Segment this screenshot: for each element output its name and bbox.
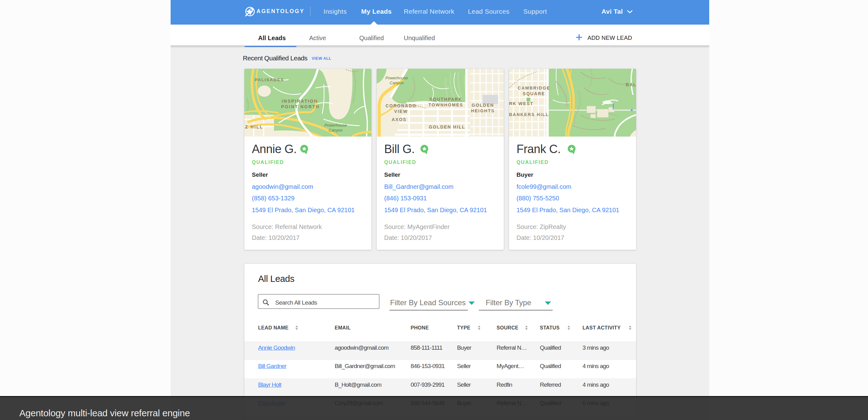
svg-text:Canyon: Canyon: [390, 80, 404, 85]
svg-text:BANKERS HILL: BANKERS HILL: [509, 112, 549, 117]
svg-text:Powerhouse: Powerhouse: [385, 75, 408, 80]
svg-text:Z HILL: Z HILL: [245, 124, 264, 129]
svg-text:HEIGHTS: HEIGHTS: [471, 108, 495, 113]
svg-text:RK WEST: RK WEST: [509, 101, 534, 106]
svg-text:CAMBRIDGE: CAMBRIDGE: [518, 86, 550, 91]
svg-text:SOUTHPARK: SOUTHPARK: [429, 97, 462, 102]
svg-text:GOLDEN: GOLDEN: [472, 103, 494, 108]
svg-text:INSPIRATION: INSPIRATION: [282, 99, 318, 104]
svg-text:Canyon: Canyon: [329, 128, 343, 132]
svg-text:AXOS: AXOS: [392, 117, 407, 122]
svg-text:TOWNHOMES: TOWNHOMES: [428, 102, 463, 107]
svg-text:PALISADES: PALISADES: [255, 77, 284, 82]
svg-text:CORONADO: CORONADO: [385, 103, 416, 108]
svg-text:GOLDEN HILL: GOLDEN HILL: [429, 124, 465, 129]
svg-text:VIEW: VIEW: [394, 109, 408, 114]
svg-text:SQUARE: SQUARE: [523, 91, 545, 96]
svg-text:Powerhouse: Powerhouse: [324, 123, 347, 128]
svg-text:BAL: BAL: [626, 82, 636, 87]
svg-text:POINT NORTH: POINT NORTH: [281, 104, 320, 109]
